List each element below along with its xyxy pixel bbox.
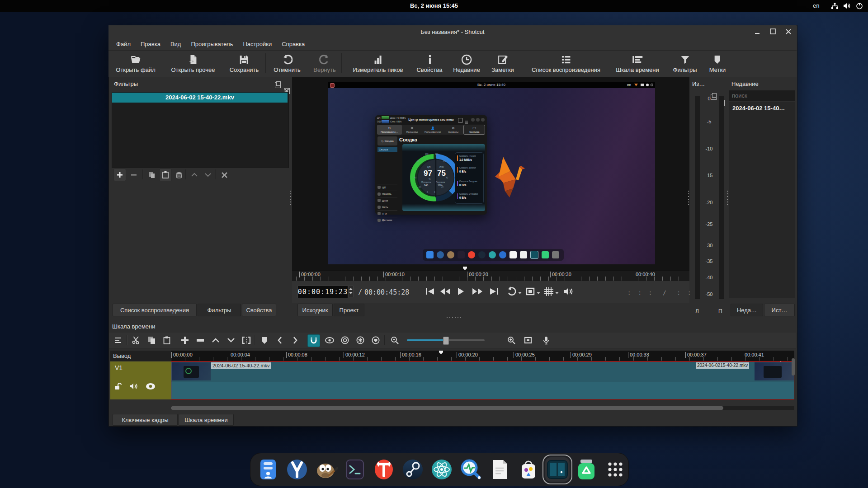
- dock-gimp[interactable]: [314, 457, 338, 482]
- tab-project[interactable]: Проект: [334, 304, 364, 316]
- ripple-markers-toggle[interactable]: [370, 334, 382, 346]
- minimize-button[interactable]: [754, 28, 761, 35]
- timeline-clip[interactable]: 2024-06-02 15-40-22.mkv 2024-06-0215-40-…: [171, 361, 794, 399]
- volume-icon[interactable]: [843, 2, 851, 12]
- tab-source[interactable]: Исходник: [297, 304, 333, 316]
- tab-filters[interactable]: Фильтры: [198, 304, 241, 316]
- splitter-handle[interactable]: [290, 190, 292, 205]
- record-audio-button[interactable]: [540, 334, 552, 346]
- skip-start-button[interactable]: [425, 287, 435, 297]
- video-frame[interactable]: Вс, 2 июня 15:40 en ЦП Диск: 7.0 MiB/s О…: [328, 82, 655, 264]
- timecode-spin-buttons[interactable]: [348, 286, 354, 297]
- menu-view[interactable]: Вид: [165, 39, 186, 49]
- add-filter-button[interactable]: [113, 169, 126, 181]
- open-other-button[interactable]: Открыть прочее: [171, 52, 215, 76]
- skip-end-button[interactable]: [489, 287, 499, 297]
- cut-button[interactable]: [130, 334, 142, 346]
- ripple-all-tracks-toggle[interactable]: [354, 334, 366, 346]
- float-panel-icon[interactable]: [275, 82, 281, 88]
- ripple-toggle[interactable]: [339, 334, 351, 346]
- recent-list-item[interactable]: 2024-06-02 15-40…: [732, 105, 785, 112]
- tab-keyframes[interactable]: Ключевые кадры: [113, 414, 178, 426]
- timeline-zoom-fit-button[interactable]: [522, 334, 534, 346]
- track-hide-icon[interactable]: [146, 383, 156, 392]
- markers-button[interactable]: Метки: [709, 52, 726, 76]
- dock-red-t-app[interactable]: [372, 457, 396, 482]
- menu-help[interactable]: Справка: [277, 39, 310, 49]
- splitter-handle[interactable]: [726, 190, 728, 205]
- tab-history[interactable]: Ист…: [764, 304, 795, 316]
- filters-selected-item[interactable]: 2024-06-02 15-40-22.mkv: [112, 93, 288, 103]
- deselect-filter-button[interactable]: [218, 169, 231, 181]
- append-button[interactable]: [179, 334, 191, 346]
- network-icon[interactable]: [831, 2, 839, 12]
- dock-software-store[interactable]: [516, 457, 541, 482]
- zoom-dropdown-arrow[interactable]: [537, 292, 540, 294]
- loop-button[interactable]: [506, 286, 517, 299]
- copy-filters-button[interactable]: [146, 169, 158, 181]
- power-icon[interactable]: [855, 2, 863, 12]
- dock-files[interactable]: [256, 457, 280, 482]
- recent-search-input[interactable]: [729, 90, 795, 101]
- paste-button[interactable]: [161, 334, 173, 346]
- peak-meter-button[interactable]: Измеритель пиков: [353, 52, 403, 76]
- play-button[interactable]: [457, 287, 465, 298]
- dock-shotcut[interactable]: [545, 457, 570, 482]
- grid-button[interactable]: [544, 286, 554, 298]
- timecode-spinner[interactable]: 00:00:19:23: [297, 286, 348, 298]
- loop-dropdown-arrow[interactable]: [518, 292, 522, 294]
- dock-atom[interactable]: [429, 457, 454, 482]
- filters-button[interactable]: Фильтры: [673, 52, 697, 76]
- zoom-fit-button[interactable]: [525, 287, 535, 298]
- undo-button[interactable]: Отменить: [274, 52, 300, 76]
- close-button[interactable]: [785, 28, 792, 35]
- redo-button[interactable]: Вернуть: [313, 52, 336, 76]
- properties-button[interactable]: Свойства: [416, 52, 442, 76]
- menu-edit[interactable]: Правка: [136, 39, 165, 49]
- menu-player[interactable]: Проигрыватель: [186, 39, 238, 49]
- timeline-vscroll-thumb[interactable]: [792, 358, 795, 375]
- next-marker-button[interactable]: [289, 334, 301, 346]
- recent-list[interactable]: [729, 102, 795, 298]
- tab-properties[interactable]: Свойства: [242, 304, 276, 316]
- notes-button[interactable]: Заметки: [491, 52, 514, 76]
- snap-toggle[interactable]: [307, 334, 320, 347]
- dock-app-grid[interactable]: [603, 457, 627, 482]
- volume-button[interactable]: [563, 286, 574, 298]
- menu-file[interactable]: Файл: [111, 39, 136, 49]
- scrub-while-dragging-toggle[interactable]: [324, 334, 335, 346]
- timeline-hscroll-thumb[interactable]: [171, 406, 723, 410]
- timeline-zoom-out-button[interactable]: [389, 334, 401, 346]
- prev-marker-button[interactable]: [274, 334, 286, 346]
- copy-button[interactable]: [146, 334, 157, 346]
- timeline-zoom-slider-handle[interactable]: [443, 337, 449, 345]
- grid-dropdown-arrow[interactable]: [555, 292, 559, 294]
- dock-terminal[interactable]: [343, 457, 367, 482]
- timeline-zoom-in-button[interactable]: [505, 334, 517, 346]
- keyboard-layout-indicator[interactable]: en: [813, 2, 819, 9]
- paste-filters-button[interactable]: [159, 169, 172, 181]
- menu-settings[interactable]: Настройки: [238, 39, 277, 49]
- track-mute-icon[interactable]: [129, 382, 138, 392]
- save-button[interactable]: Сохранить: [230, 52, 259, 76]
- timeline-button[interactable]: Шкала времени: [616, 52, 659, 76]
- lift-button[interactable]: [210, 334, 222, 346]
- fast-forward-button[interactable]: [472, 287, 483, 297]
- playlist-button[interactable]: Список воспроизведения: [532, 52, 600, 76]
- tab-recent[interactable]: Неда…: [731, 304, 763, 316]
- remove-filter-button[interactable]: [127, 169, 140, 181]
- splitter-handle[interactable]: [446, 316, 462, 318]
- maximize-button[interactable]: [769, 28, 777, 35]
- tab-timeline[interactable]: Шкала времени: [179, 414, 234, 426]
- track-lock-icon[interactable]: [114, 382, 122, 392]
- splitter-handle[interactable]: [688, 190, 689, 205]
- open-file-button[interactable]: Открыть файл: [116, 52, 155, 76]
- dock-steam[interactable]: [401, 457, 425, 482]
- dock-log-viewer[interactable]: [458, 457, 483, 482]
- tab-playlist[interactable]: Список воспроизведения: [113, 304, 197, 316]
- move-filter-down-button[interactable]: [202, 169, 214, 181]
- move-filter-up-button[interactable]: [188, 169, 201, 181]
- recent-button[interactable]: Недавние: [453, 52, 480, 76]
- timeline-menu-button[interactable]: [112, 334, 124, 346]
- dock-documents[interactable]: [487, 457, 512, 482]
